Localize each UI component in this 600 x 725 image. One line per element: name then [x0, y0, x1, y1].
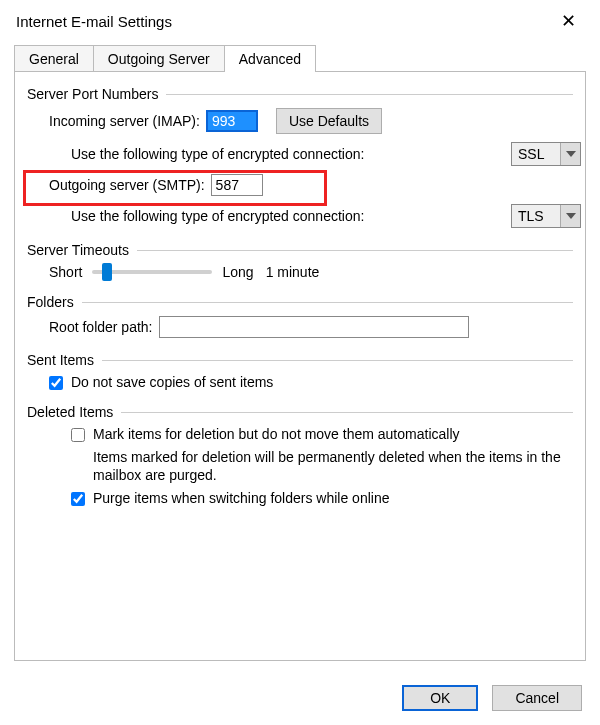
timeout-long-label: Long [222, 264, 253, 280]
timeout-short-label: Short [49, 264, 82, 280]
use-defaults-button[interactable]: Use Defaults [276, 108, 382, 134]
group-folders: Folders [27, 294, 74, 310]
timeout-value: 1 minute [266, 264, 320, 280]
outgoing-encryption-label: Use the following type of encrypted conn… [71, 208, 364, 224]
group-deleted-items: Deleted Items [27, 404, 113, 420]
incoming-encryption-label: Use the following type of encrypted conn… [71, 146, 364, 162]
ok-button[interactable]: OK [402, 685, 478, 711]
checkbox-mark-for-deletion[interactable] [71, 428, 85, 442]
label-purge-on-switch: Purge items when switching folders while… [93, 490, 389, 506]
group-sent-items: Sent Items [27, 352, 94, 368]
deletion-note: Items marked for deletion will be perman… [93, 449, 561, 483]
close-icon[interactable]: ✕ [551, 8, 586, 34]
root-folder-path-input[interactable] [159, 316, 469, 338]
timeout-slider[interactable] [92, 270, 212, 274]
outgoing-server-port-input[interactable] [211, 174, 263, 196]
checkbox-do-not-save-sent[interactable] [49, 376, 63, 390]
dialog-title: Internet E-mail Settings [16, 13, 172, 30]
group-server-port-numbers: Server Port Numbers [27, 86, 158, 102]
tab-advanced[interactable]: Advanced [224, 45, 316, 72]
outgoing-encryption-select[interactable]: TLS [511, 204, 581, 228]
label-do-not-save-sent: Do not save copies of sent items [71, 374, 273, 390]
incoming-server-label: Incoming server (IMAP): [49, 113, 200, 129]
tab-general[interactable]: General [14, 45, 94, 72]
group-server-timeouts: Server Timeouts [27, 242, 129, 258]
root-folder-label: Root folder path: [49, 319, 153, 335]
slider-thumb[interactable] [102, 263, 112, 281]
cancel-button[interactable]: Cancel [492, 685, 582, 711]
label-mark-for-deletion: Mark items for deletion but do not move … [93, 426, 460, 442]
checkbox-purge-on-switch[interactable] [71, 492, 85, 506]
incoming-encryption-select[interactable]: SSL [511, 142, 581, 166]
outgoing-server-label: Outgoing server (SMTP): [49, 177, 205, 193]
tab-outgoing-server[interactable]: Outgoing Server [93, 45, 225, 72]
incoming-server-port-input[interactable] [206, 110, 258, 132]
